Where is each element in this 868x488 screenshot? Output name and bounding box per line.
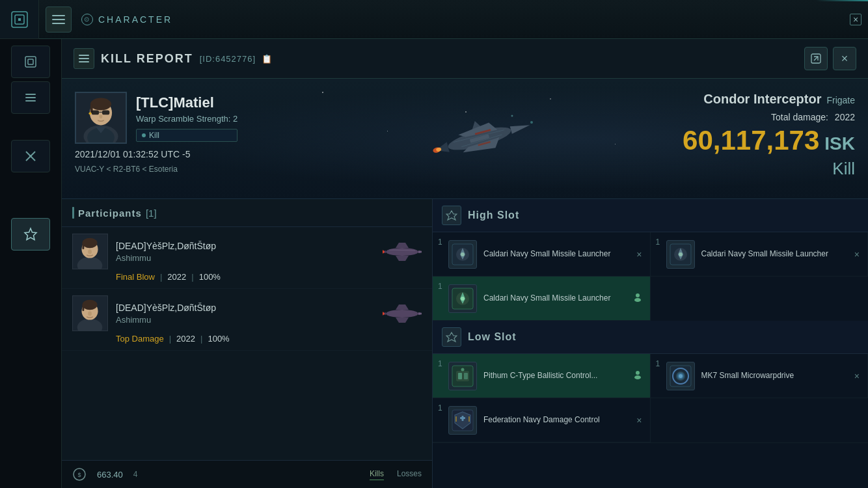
svg-rect-2: [18, 18, 21, 21]
participants-bar-accent: [72, 207, 74, 219]
losses-tab[interactable]: Losses: [397, 469, 422, 480]
high-slot-number-2: 1: [656, 237, 660, 247]
top-accent-decoration: [816, 0, 868, 1]
top-bar-title: ⊙ CHARACTER: [81, 14, 172, 25]
high-slot-action-2[interactable]: ×: [854, 249, 860, 260]
high-slot-module-icon-1: [448, 240, 477, 269]
sidebar-menu-button[interactable]: [11, 81, 50, 114]
participant-name-1: [DEAD]YèšPlz,DøñtŠtøp: [116, 241, 375, 251]
low-slot-number-1: 1: [438, 359, 442, 368]
missile-launcher-icon-3: [451, 287, 474, 310]
svg-rect-7: [25, 100, 36, 102]
export-button[interactable]: [804, 47, 828, 70]
ballistic-control-icon: [451, 364, 474, 388]
participant-portrait-1: [73, 234, 107, 269]
high-slot-grid: 1 Caldari Navy Small Missile Launcher ×: [433, 232, 868, 321]
participant-stats-1: Final Blow | 2022 | 100%: [72, 272, 422, 282]
svg-line-13: [814, 57, 818, 61]
pilot-header: [TLC]Matiel Warp Scramble Strength: 2 Ki…: [75, 92, 277, 144]
low-slot-icon: [442, 327, 461, 347]
low-slot-action-2[interactable]: ×: [854, 371, 860, 381]
svg-point-59: [88, 312, 92, 316]
kill-timestamp: 2021/12/01 01:32:52 UTC -5: [75, 149, 277, 159]
svg-marker-50: [396, 243, 409, 248]
svg-point-46: [88, 250, 92, 254]
participant-ship-img-1: [383, 237, 422, 266]
low-slot-module-info-1: Pithum C-Type Ballistic Control...: [483, 370, 627, 381]
high-slot-module-icon-3: [448, 284, 477, 313]
kill-report-title: KILL REPORT: [101, 52, 193, 66]
kill-location: VUAC-Y < R2-BT6 < Esoteria: [75, 165, 277, 174]
missile-launcher-icon-1: [451, 243, 474, 266]
kill-report-header: KILL REPORT [ID:6452776] 📋 ×: [62, 39, 868, 79]
participant-ship-svg-1: [383, 239, 422, 265]
damage-control-icon: [451, 409, 474, 432]
main-panel: KILL REPORT [ID:6452776] 📋 ×: [62, 39, 868, 488]
svg-point-90: [634, 375, 641, 379]
kill-report-id-value: [ID:6452776]: [200, 54, 256, 64]
svg-rect-21: [92, 111, 99, 115]
svg-marker-63: [396, 305, 409, 310]
kill-report-copy-icon[interactable]: 📋: [262, 54, 273, 64]
high-slot-module-info-3: Caldari Navy Small Missile Launcher: [483, 293, 627, 304]
pilot-avatar: [75, 92, 127, 144]
svg-rect-6: [25, 97, 36, 98]
svg-point-89: [636, 371, 640, 375]
high-slot-module-info-2: Caldari Navy Small Missile Launcher: [701, 249, 848, 260]
low-slot-item-2: 1 MK7 Small Microwarpdrive: [651, 354, 869, 398]
total-damage-row: Total damage: 2022: [771, 112, 855, 122]
kill-badge: Kill: [136, 129, 237, 142]
total-damage-label: Total damage:: [771, 112, 828, 122]
high-slot-item-1: 1 Caldari Navy Small Missile Launcher ×: [433, 232, 651, 277]
svg-point-39: [530, 121, 533, 124]
eve-logo-area: [0, 0, 39, 39]
slots-panel: High Slot 1 Caldari Navy S: [433, 199, 868, 488]
participant-stats-2: Top Damage | 2022 | 100%: [72, 334, 422, 344]
menu-button[interactable]: [46, 7, 72, 33]
low-slot-number-3: 1: [438, 403, 442, 413]
low-slot-module-name-3: Federation Navy Damage Control: [483, 414, 630, 426]
eve-logo: [0, 0, 39, 39]
ship-name-row: Condor Interceptor Frigate: [703, 92, 855, 107]
close-kill-report-button[interactable]: ×: [833, 47, 856, 70]
svg-text:$: $: [77, 472, 81, 478]
svg-rect-22: [102, 111, 109, 115]
pilot-info: [TLC]Matiel Warp Scramble Strength: 2 Ki…: [62, 79, 290, 198]
slot-overflow-indicator: [433, 442, 868, 462]
low-slot-title: Low Slot: [468, 331, 517, 343]
svg-marker-64: [396, 318, 409, 323]
svg-point-88: [461, 368, 465, 371]
high-slot-action-1[interactable]: ×: [636, 249, 642, 260]
high-slot-icon: [442, 206, 461, 225]
svg-rect-87: [464, 373, 468, 379]
participant-badge-1: Final Blow: [116, 272, 155, 282]
participant-details-2: [DEAD]YèšPlz,DøñtŠtøp Ashimmu: [116, 303, 375, 325]
kill-type-label: Kill: [832, 159, 855, 179]
pilot-portrait-svg: [76, 92, 126, 144]
participants-title: Participants: [78, 208, 142, 219]
svg-rect-45: [82, 243, 84, 249]
low-slot-action-1[interactable]: [633, 370, 642, 381]
kills-tab[interactable]: Kills: [370, 469, 384, 480]
sidebar-star-button[interactable]: [11, 218, 50, 251]
sidebar-combat-button[interactable]: [11, 140, 50, 172]
pilot-warp: Warp Scramble Strength: 2: [136, 114, 237, 124]
pilot-avatar-image: [76, 93, 126, 142]
svg-point-19: [90, 98, 111, 111]
total-damage-value: 2022: [835, 112, 855, 122]
low-slot-module-info-2: MK7 Small Microwarpdrive: [701, 370, 848, 381]
kill-report-id: [ID:6452776] 📋: [200, 54, 273, 64]
svg-marker-68: [446, 211, 457, 220]
sidebar-home-button[interactable]: [11, 46, 50, 78]
top-bar-close[interactable]: ×: [850, 14, 861, 25]
participant-badge-2: Top Damage: [116, 334, 164, 344]
participant-ship-1: Ashimmu: [116, 253, 375, 263]
high-slot-action-3[interactable]: [633, 293, 642, 304]
isk-label: ISK: [824, 133, 855, 154]
svg-point-76: [679, 252, 683, 256]
kill-report-menu-button[interactable]: [74, 48, 94, 69]
svg-point-24: [100, 115, 103, 118]
participant-item-1: [DEAD]YèšPlz,DøñtŠtøp Ashimmu: [62, 227, 432, 289]
high-slot-module-info-1: Caldari Navy Small Missile Launcher: [483, 249, 630, 260]
low-slot-action-3[interactable]: ×: [636, 415, 642, 426]
